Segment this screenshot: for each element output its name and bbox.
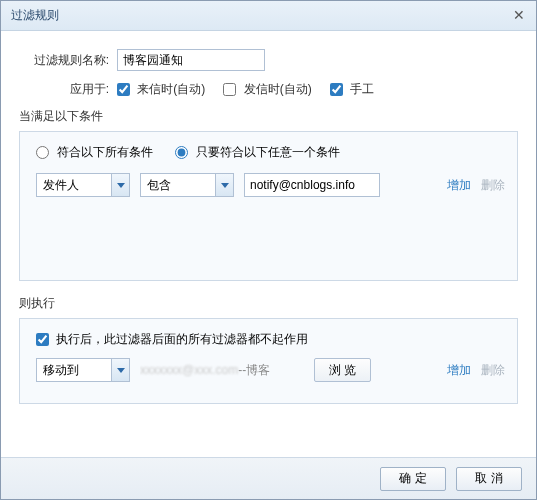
action-op-select[interactable]: 移动到	[36, 358, 130, 382]
chevron-down-icon	[111, 174, 129, 196]
content: 过滤规则名称: 应用于: 来信时(自动) 发信时(自动) 手工 当满足以下条件	[1, 31, 536, 424]
action-target-text: xxxxxxx@xxx.com--博客	[140, 362, 304, 379]
action-remove-link: 删除	[481, 362, 505, 379]
conditions-panel: 符合以下所有条件 只要符合以下任意一个条件 发件人 包含 增加	[19, 131, 518, 281]
stop-after-checkbox[interactable]	[36, 333, 49, 346]
condition-value-input[interactable]	[244, 173, 380, 197]
radio-any-label: 只要符合以下任意一个条件	[196, 145, 340, 159]
close-icon[interactable]: ✕	[512, 8, 526, 22]
actions-panel: 执行后，此过滤器后面的所有过滤器都不起作用 移动到 xxxxxxx@xxx.co…	[19, 318, 518, 404]
condition-field-select[interactable]: 发件人	[36, 173, 130, 197]
condition-field-value: 发件人	[43, 177, 79, 194]
chevron-down-icon	[111, 359, 129, 381]
apply-row: 应用于: 来信时(自动) 发信时(自动) 手工	[19, 81, 518, 98]
apply-send-label: 发信时(自动)	[244, 82, 312, 96]
stop-row: 执行后，此过滤器后面的所有过滤器都不起作用	[32, 331, 505, 348]
radio-all-label: 符合以下所有条件	[57, 145, 153, 159]
condition-add-link[interactable]: 增加	[447, 177, 471, 194]
conditions-mode-row: 符合以下所有条件 只要符合以下任意一个条件	[32, 144, 505, 161]
condition-op-select[interactable]: 包含	[140, 173, 234, 197]
condition-row: 发件人 包含 增加 删除	[32, 173, 505, 197]
chevron-down-icon	[215, 174, 233, 196]
browse-button[interactable]: 浏 览	[314, 358, 371, 382]
apply-label: 应用于:	[19, 81, 109, 98]
radio-all-input[interactable]	[36, 146, 49, 159]
conditions-title: 当满足以下条件	[19, 108, 518, 125]
cancel-button[interactable]: 取消	[456, 467, 522, 491]
apply-manual[interactable]: 手工	[330, 81, 374, 98]
action-target-suffix: --博客	[238, 363, 270, 377]
radio-any[interactable]: 只要符合以下任意一个条件	[175, 145, 340, 159]
action-op-value: 移动到	[43, 362, 79, 379]
radio-any-input[interactable]	[175, 146, 188, 159]
stop-after-label: 执行后，此过滤器后面的所有过滤器都不起作用	[56, 332, 308, 346]
titlebar: 过滤规则 ✕	[1, 1, 536, 31]
action-add-link[interactable]: 增加	[447, 362, 471, 379]
stop-after[interactable]: 执行后，此过滤器后面的所有过滤器都不起作用	[36, 332, 308, 346]
condition-remove-link: 删除	[481, 177, 505, 194]
action-target-blur: xxxxxxx@xxx.com	[140, 363, 238, 377]
action-row: 移动到 xxxxxxx@xxx.com--博客 浏 览 增加 删除	[32, 358, 505, 382]
apply-manual-label: 手工	[350, 82, 374, 96]
window-title: 过滤规则	[11, 7, 59, 24]
name-row: 过滤规则名称:	[19, 49, 518, 71]
apply-receive[interactable]: 来信时(自动)	[117, 81, 205, 98]
ok-button[interactable]: 确定	[380, 467, 446, 491]
apply-send[interactable]: 发信时(自动)	[223, 81, 311, 98]
condition-op-value: 包含	[147, 177, 171, 194]
apply-receive-label: 来信时(自动)	[137, 82, 205, 96]
footer: 确定 取消	[1, 457, 536, 499]
rule-name-input[interactable]	[117, 49, 265, 71]
apply-manual-checkbox[interactable]	[330, 83, 343, 96]
apply-send-checkbox[interactable]	[223, 83, 236, 96]
radio-all[interactable]: 符合以下所有条件	[36, 145, 157, 159]
dialog-filter-rule: 过滤规则 ✕ 过滤规则名称: 应用于: 来信时(自动) 发信时(自动) 手工 当…	[0, 0, 537, 500]
actions-title: 则执行	[19, 295, 518, 312]
apply-receive-checkbox[interactable]	[117, 83, 130, 96]
name-label: 过滤规则名称:	[19, 52, 109, 69]
